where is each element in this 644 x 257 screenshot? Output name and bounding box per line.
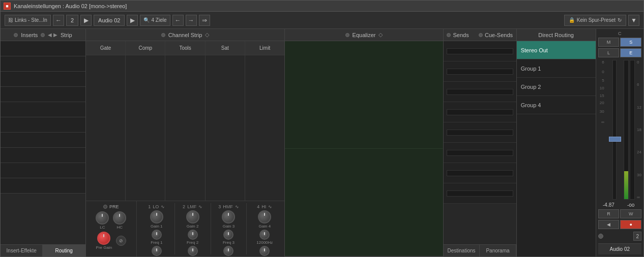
search-button[interactable]: 🔍 4 Ziele (140, 15, 170, 26)
gate-module: Gate (86, 41, 126, 201)
channel-nav[interactable]: ▶ (80, 15, 92, 26)
routing-item-group2[interactable]: Group 2 (517, 78, 596, 96)
freq4-knob[interactable] (259, 230, 270, 240)
limit-module: Limit (245, 41, 284, 201)
gain2-knob[interactable] (186, 210, 199, 223)
rscale-0: 0 (637, 60, 641, 65)
freq2-knob[interactable] (188, 230, 198, 240)
l-button[interactable]: L (598, 48, 620, 57)
routing-item-group4[interactable]: Group 4 (517, 96, 596, 114)
scale-6: 6 (598, 60, 605, 65)
preset-dropdown[interactable]: ▼ (628, 15, 639, 26)
send-slot[interactable] (444, 143, 516, 163)
close-button[interactable]: ■ (4, 3, 11, 10)
limit-header: Limit (245, 41, 284, 55)
fader-thumb[interactable] (609, 137, 621, 142)
send-bar (447, 150, 513, 156)
channel-name-text: Audio 02 (610, 246, 630, 252)
sends-tab[interactable]: Sends (447, 32, 469, 38)
send-slot[interactable] (444, 61, 516, 82)
insert-slot[interactable] (1, 72, 85, 87)
sends-header: Sends Cue-Sends (444, 29, 516, 41)
sat-header: Sat (206, 41, 245, 55)
freq3-knob[interactable] (223, 230, 233, 240)
lock-icon: 🔒 (569, 17, 575, 23)
direct-routing-panel: Direct Routing Stereo Out Group 1 Group … (517, 29, 596, 256)
inserts-arrows: ◀ ▶ (48, 32, 57, 38)
sends-footer: Destinations Panorama (444, 244, 516, 256)
q4-knob[interactable] (259, 246, 270, 256)
band2-sym: ∿ (198, 204, 202, 209)
q2-knob[interactable] (188, 246, 198, 256)
monitor-button[interactable]: ◀ (598, 220, 620, 229)
destinations-button[interactable]: Destinations (444, 245, 480, 256)
band1-type: LO (153, 204, 159, 209)
link-label: Links - Ste...In (15, 17, 47, 23)
nav-next-button[interactable]: → (186, 15, 197, 26)
insert-slot[interactable] (1, 148, 85, 163)
pre-gain-knob[interactable] (97, 232, 110, 245)
s-button[interactable]: S (620, 38, 641, 47)
w-button[interactable]: W (620, 209, 641, 218)
nav-export-button[interactable]: ⇒ (199, 15, 210, 26)
routing-item-group1[interactable]: Group 1 (517, 59, 596, 78)
pre-radio[interactable]: PRE (103, 204, 119, 209)
lc-knob[interactable] (96, 211, 109, 224)
gain3-knob[interactable] (222, 210, 235, 223)
m-button[interactable]: M (598, 38, 620, 47)
tab-insert-effekte[interactable]: Insert-Effekte (1, 245, 43, 256)
panorama-button[interactable]: Panorama (480, 245, 516, 256)
freq3-label: Freq 3 (223, 240, 235, 245)
channel-dropdown[interactable]: ▶ (127, 15, 138, 26)
gain1-knob[interactable] (150, 210, 163, 223)
inserts-led (14, 33, 18, 37)
preset-selector[interactable]: 🔒 Kein Spur-Preset ↻ (564, 15, 626, 26)
window-title: Kanaleinstellungen : Audio 02 [mono->ste… (14, 3, 127, 9)
freq2-label: Freq 2 (187, 240, 198, 245)
level-right: -oo (620, 202, 641, 208)
insert-slot[interactable] (1, 56, 85, 72)
link-button[interactable]: ⛓ Links - Ste...In (5, 15, 51, 26)
r-button[interactable]: R (598, 209, 620, 218)
routing-item-stereo-out[interactable]: Stereo Out (517, 41, 596, 59)
insert-slot[interactable] (1, 133, 85, 148)
send-slot[interactable] (444, 122, 516, 143)
gain1-knob-container: Gain 1 (150, 210, 163, 229)
phase-button[interactable]: ⊘ (116, 236, 126, 246)
send-slot[interactable] (444, 41, 516, 61)
band3-num: 3 (218, 204, 221, 209)
cue-sends-tab[interactable]: Cue-Sends (479, 32, 513, 38)
q3-knob[interactable] (223, 246, 233, 256)
hc-knob[interactable] (113, 211, 126, 224)
insert-slot[interactable] (1, 163, 85, 178)
gain4-knob[interactable] (258, 210, 271, 223)
send-slot[interactable] (444, 183, 516, 204)
fader-track[interactable] (612, 60, 617, 200)
insert-slot[interactable] (1, 178, 85, 194)
rw-buttons: R W (598, 209, 641, 218)
right-scale: 0 6 12 18 24 30 ∞ (637, 60, 641, 200)
freq1-knob[interactable] (152, 230, 162, 240)
cue-led (479, 33, 483, 37)
tab-routing[interactable]: Routing (43, 245, 85, 256)
insert-slot[interactable] (1, 87, 85, 102)
nav-prev-button[interactable]: ← (172, 15, 184, 26)
send-slot[interactable] (444, 82, 516, 102)
rec-button[interactable]: ● (620, 220, 641, 229)
send-bar (447, 190, 513, 197)
insert-slot[interactable] (1, 117, 85, 133)
insert-slot[interactable] (1, 41, 85, 56)
fader-track-area[interactable] (607, 60, 622, 200)
arrow-left-button[interactable]: ← (53, 15, 64, 26)
scale-0: 0 (598, 70, 605, 74)
q4-knob-container: Q 4 (259, 246, 270, 256)
send-slot[interactable] (444, 163, 516, 183)
band1-sym: ∿ (161, 204, 165, 209)
hc-knob-container: HC (113, 211, 126, 230)
gain1-label: Gain 1 (151, 224, 163, 229)
e-button[interactable]: E (620, 48, 641, 57)
send-slot[interactable] (444, 102, 516, 122)
q1-knob[interactable] (152, 246, 162, 256)
lc-knob-container: LC (96, 211, 109, 230)
insert-slot[interactable] (1, 102, 85, 117)
